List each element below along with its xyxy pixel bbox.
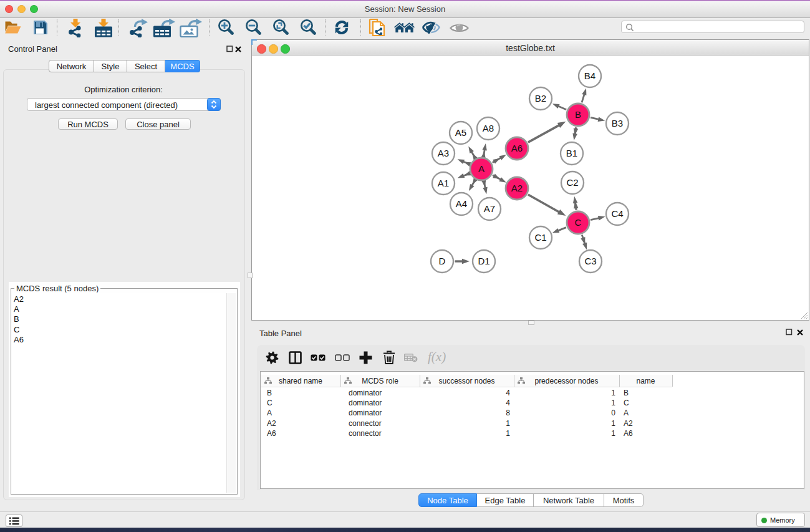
- svg-text:A8: A8: [483, 123, 494, 133]
- svg-text:B: B: [575, 109, 581, 120]
- svg-text:A3: A3: [438, 148, 449, 158]
- svg-text:D: D: [439, 256, 446, 266]
- svg-text:B2: B2: [535, 93, 546, 104]
- svg-text:A2: A2: [511, 183, 523, 193]
- svg-text:C2: C2: [566, 177, 578, 188]
- svg-text:C1: C1: [534, 232, 546, 243]
- svg-text:A7: A7: [484, 203, 495, 214]
- svg-text:B3: B3: [612, 118, 623, 128]
- svg-text:C: C: [575, 217, 582, 228]
- svg-text:B4: B4: [584, 70, 595, 81]
- svg-text:A6: A6: [511, 143, 523, 153]
- svg-text:D1: D1: [478, 256, 489, 266]
- svg-text:B1: B1: [566, 148, 577, 158]
- svg-text:A: A: [478, 163, 485, 174]
- svg-text:A1: A1: [438, 178, 449, 188]
- svg-text:C4: C4: [611, 208, 623, 219]
- svg-text:C3: C3: [584, 256, 596, 266]
- svg-text:A5: A5: [455, 127, 466, 138]
- svg-text:A4: A4: [456, 198, 467, 209]
